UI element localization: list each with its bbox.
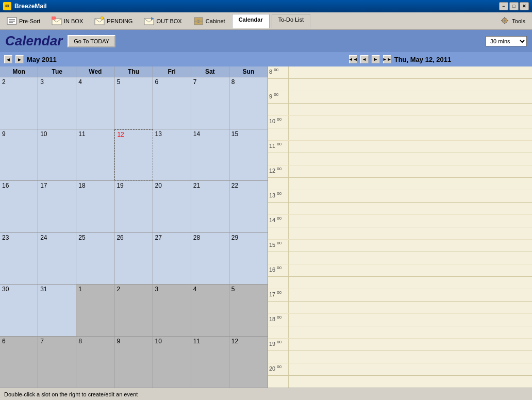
cal-day[interactable]: 17	[38, 181, 76, 232]
cal-day[interactable]: 9	[0, 129, 38, 181]
day-slots[interactable]: 8 00 9 00 10 00	[268, 66, 532, 388]
time-slot-19[interactable]: 19 00	[268, 339, 532, 351]
pending-button[interactable]: PENDING	[90, 14, 137, 28]
cal-day[interactable]: 16	[0, 181, 38, 232]
time-slot-13[interactable]: 13 00	[268, 190, 532, 203]
time-content-1330[interactable]	[289, 203, 532, 214]
cal-day[interactable]: 25	[76, 233, 114, 285]
cal-day[interactable]: 19	[114, 181, 153, 232]
cal-day-other[interactable]: 3	[153, 285, 191, 336]
cal-day-other[interactable]: 6	[0, 337, 38, 388]
day-fwd1-button[interactable]: ►	[372, 55, 380, 63]
cal-day[interactable]: 14	[191, 129, 229, 181]
time-slot-20[interactable]: 20 00	[268, 363, 532, 376]
time-content-11[interactable]	[289, 141, 532, 153]
time-slot-1830[interactable]	[268, 326, 532, 339]
time-slot-17[interactable]: 17 00	[268, 289, 532, 302]
time-content-1430[interactable]	[289, 227, 532, 239]
time-slot-830[interactable]	[268, 79, 532, 91]
time-content-19[interactable]	[289, 339, 532, 351]
cal-day[interactable]: 11	[76, 129, 114, 181]
time-slot-1630[interactable]	[268, 277, 532, 289]
cal-day[interactable]: 7	[191, 77, 229, 129]
cal-day[interactable]: 20	[153, 181, 191, 232]
time-content-1730[interactable]	[289, 302, 532, 313]
time-slot-11[interactable]: 11 00	[268, 141, 532, 153]
time-slot-2030[interactable]	[268, 376, 532, 388]
time-slot-1930[interactable]	[268, 351, 532, 363]
time-content-1630[interactable]	[289, 277, 532, 289]
cal-day-today[interactable]: 12	[114, 129, 153, 181]
cal-day-other[interactable]: 12	[229, 337, 268, 388]
go-today-button[interactable]: Go To TODAY	[68, 35, 115, 47]
time-content-17[interactable]	[289, 289, 532, 301]
cal-day[interactable]: 28	[191, 233, 229, 285]
cal-day-other[interactable]: 9	[114, 337, 153, 388]
cal-day-other[interactable]: 5	[229, 285, 268, 336]
time-content-12[interactable]	[289, 165, 532, 177]
time-slot-15[interactable]: 15 00	[268, 240, 532, 252]
cal-day[interactable]: 13	[153, 129, 191, 181]
cal-day[interactable]: 18	[76, 181, 114, 232]
time-content-14[interactable]	[289, 215, 532, 227]
time-slot-1030[interactable]	[268, 128, 532, 141]
cal-day[interactable]: 10	[38, 129, 76, 181]
cal-day[interactable]: 2	[0, 77, 38, 129]
time-content-13[interactable]	[289, 190, 532, 202]
time-content-8[interactable]	[289, 66, 532, 78]
cal-day-other[interactable]: 2	[114, 285, 153, 336]
time-slot-16[interactable]: 16 00	[268, 264, 532, 277]
cal-day[interactable]: 3	[38, 77, 76, 129]
cal-day[interactable]: 15	[229, 129, 268, 181]
cal-day-other[interactable]: 8	[76, 337, 114, 388]
time-content-15[interactable]	[289, 240, 532, 252]
cal-day[interactable]: 21	[191, 181, 229, 232]
time-slot-1730[interactable]	[268, 302, 532, 314]
cal-day[interactable]: 29	[229, 233, 268, 285]
presort-button[interactable]: Pre-Sort	[2, 14, 45, 28]
time-content-1030[interactable]	[289, 128, 532, 140]
time-content-1230[interactable]	[289, 178, 532, 190]
cal-day-other[interactable]: 10	[153, 337, 191, 388]
cal-day[interactable]: 6	[153, 77, 191, 129]
time-content-1830[interactable]	[289, 326, 532, 338]
time-slot-1230[interactable]	[268, 178, 532, 190]
time-content-1530[interactable]	[289, 252, 532, 264]
cal-day[interactable]: 27	[153, 233, 191, 285]
time-slot-930[interactable]	[268, 104, 532, 116]
calendar-tab[interactable]: Calendar	[232, 14, 270, 28]
close-button[interactable]: ✕	[520, 2, 529, 10]
time-content-2030[interactable]	[289, 376, 532, 388]
minimize-button[interactable]: −	[499, 2, 508, 10]
cal-day[interactable]: 31	[38, 285, 76, 336]
todo-tab[interactable]: To-Do List	[272, 14, 311, 28]
time-slot-18[interactable]: 18 00	[268, 314, 532, 326]
cal-day-other[interactable]: 4	[191, 285, 229, 336]
time-content-830[interactable]	[289, 79, 532, 91]
time-slot-10[interactable]: 10 00	[268, 116, 532, 128]
cal-day[interactable]: 22	[229, 181, 268, 232]
time-content-1130[interactable]	[289, 153, 532, 165]
cal-day-other[interactable]: 7	[38, 337, 76, 388]
day-back2-button[interactable]: ◄◄	[349, 55, 357, 63]
cal-day[interactable]: 8	[229, 77, 268, 129]
time-content-1930[interactable]	[289, 351, 532, 363]
next-month-button[interactable]: ►	[15, 55, 24, 63]
cal-day-other[interactable]: 1	[76, 285, 114, 336]
maximize-button[interactable]: □	[509, 2, 519, 10]
time-slot-1130[interactable]	[268, 153, 532, 165]
time-content-9[interactable]	[289, 91, 532, 103]
cal-day[interactable]: 26	[114, 233, 153, 285]
outbox-button[interactable]: OUT BOX	[139, 14, 186, 28]
time-content-16[interactable]	[289, 264, 532, 276]
prev-month-button[interactable]: ◄	[4, 55, 12, 63]
cal-day[interactable]: 5	[114, 77, 153, 129]
time-content-18[interactable]	[289, 314, 532, 326]
cal-day[interactable]: 4	[76, 77, 114, 129]
time-slot-12[interactable]: 12 00	[268, 165, 532, 178]
cabinet-button[interactable]: Cabinet	[189, 14, 230, 28]
time-slot-1530[interactable]	[268, 252, 532, 264]
time-content-930[interactable]	[289, 104, 532, 115]
tools-button[interactable]: Tools	[495, 14, 530, 28]
cal-day[interactable]: 24	[38, 233, 76, 285]
